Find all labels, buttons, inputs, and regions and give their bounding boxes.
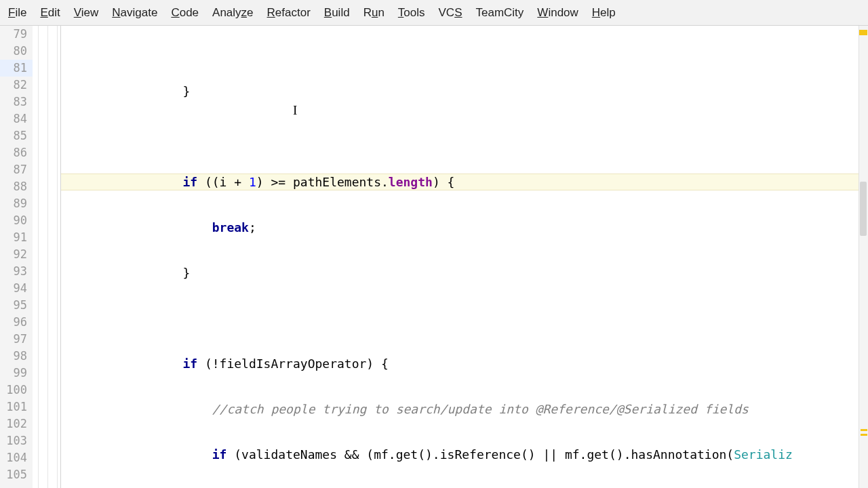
line-number: 84 — [0, 110, 33, 127]
warning-marker-icon[interactable] — [861, 434, 867, 436]
menu-build[interactable]: Build — [317, 3, 357, 22]
line-number: 89 — [0, 195, 33, 212]
code-line[interactable] — [61, 128, 859, 145]
code-line[interactable]: if (!fieldIsArrayOperator) { — [61, 355, 859, 372]
line-number: 87 — [0, 161, 33, 178]
warning-marker-icon[interactable] — [861, 429, 867, 431]
code-line[interactable]: } — [61, 264, 859, 281]
line-number: 95 — [0, 297, 33, 314]
line-number: 82 — [0, 77, 33, 94]
line-number: 102 — [0, 415, 33, 432]
menu-tools[interactable]: Tools — [391, 3, 432, 22]
fold-strip — [33, 26, 61, 488]
menu-refactor[interactable]: Refactor — [260, 3, 317, 22]
menu-vcs[interactable]: VCS — [432, 3, 469, 22]
code-area[interactable]: }} if ((i + 1) >= pathElements.length) {… — [61, 26, 859, 488]
line-number: 96 — [0, 314, 33, 331]
warning-marker-icon[interactable] — [859, 30, 867, 35]
code-line[interactable]: }} — [61, 83, 859, 100]
line-number: 88 — [0, 178, 33, 195]
line-number: 94 — [0, 280, 33, 297]
menu-teamcity[interactable]: TeamCity — [469, 3, 531, 22]
line-number: 103 — [0, 432, 33, 449]
line-number: 79 — [0, 26, 33, 43]
menu-file[interactable]: File — [1, 3, 33, 22]
line-number: 92 — [0, 246, 33, 263]
code-editor: 7980818283848586878889909192939495969798… — [0, 26, 868, 488]
code-line[interactable] — [61, 310, 859, 327]
menu-window[interactable]: Window — [530, 3, 585, 22]
code-line-current[interactable]: if ((i + 1) >= pathElements.length) { — [61, 174, 859, 190]
menu-edit[interactable]: Edit — [33, 3, 66, 22]
line-number: 101 — [0, 399, 33, 415]
editor-marker-rail[interactable] — [859, 26, 868, 488]
line-number: 80 — [0, 43, 33, 60]
code-line[interactable]: //catch people trying to search/update i… — [61, 401, 859, 418]
line-number: 100 — [0, 382, 33, 399]
line-number: 85 — [0, 127, 33, 144]
line-number: 83 — [0, 94, 33, 110]
line-number: 91 — [0, 229, 33, 246]
line-number: 93 — [0, 263, 33, 280]
line-number: 81 — [0, 60, 33, 77]
menu-help[interactable]: Help — [585, 3, 623, 22]
menu-view[interactable]: View — [67, 3, 106, 22]
line-number: 90 — [0, 212, 33, 229]
menu-run[interactable]: Run — [357, 3, 391, 22]
code-line[interactable]: if (validateNames && (mf.get().isReferen… — [61, 446, 859, 463]
menu-navigate[interactable]: Navigate — [105, 3, 164, 22]
line-number: 105 — [0, 466, 33, 483]
vertical-scrollbar-thumb[interactable] — [860, 182, 867, 236]
line-number: 98 — [0, 348, 33, 365]
menu-bar: File Edit View Navigate Code Analyze Ref… — [0, 0, 868, 26]
line-number: 97 — [0, 331, 33, 348]
line-number: 99 — [0, 365, 33, 382]
menu-code[interactable]: Code — [164, 3, 205, 22]
line-number: 86 — [0, 144, 33, 161]
code-line[interactable]: break; — [61, 219, 859, 236]
line-number: 104 — [0, 449, 33, 466]
line-number-gutter: 7980818283848586878889909192939495969798… — [0, 26, 33, 488]
menu-analyze[interactable]: Analyze — [205, 3, 260, 22]
